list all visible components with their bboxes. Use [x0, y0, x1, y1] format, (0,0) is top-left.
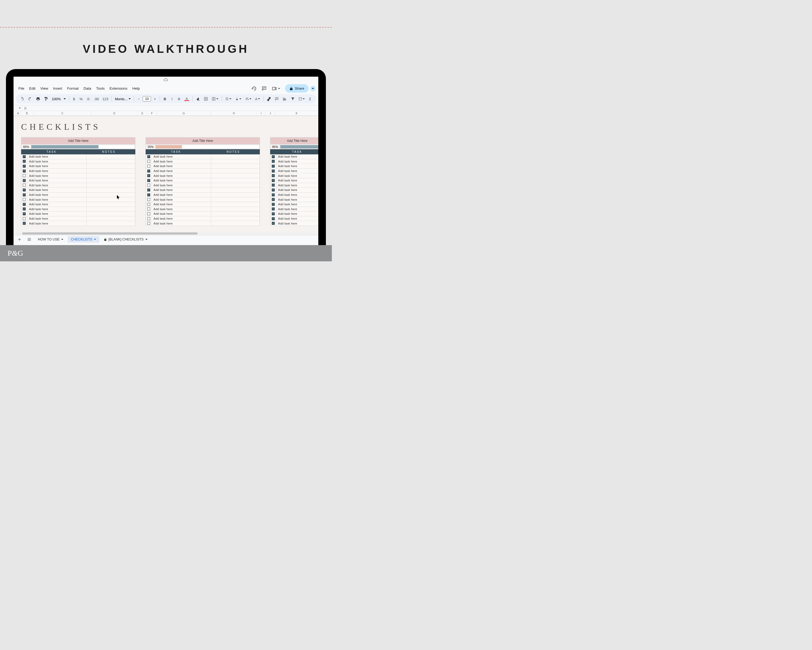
menu-help[interactable]: Help — [130, 85, 142, 92]
task-checkbox[interactable] — [146, 173, 152, 178]
task-text[interactable]: Add task here — [152, 178, 211, 183]
task-checkbox[interactable] — [270, 207, 276, 211]
font-select[interactable]: Monts... — [113, 96, 132, 102]
task-text[interactable]: Add task here — [27, 216, 87, 221]
task-checkbox[interactable] — [270, 154, 276, 159]
task-checkbox[interactable] — [270, 197, 276, 202]
filter-button[interactable] — [289, 95, 296, 102]
task-checkbox[interactable] — [21, 188, 27, 192]
col-header-A[interactable]: A — [16, 111, 20, 116]
col-header-F[interactable]: F — [147, 111, 157, 116]
col-header-G[interactable]: G — [157, 111, 211, 116]
scrollbar-thumb[interactable] — [22, 232, 197, 234]
task-checkbox[interactable] — [270, 159, 276, 164]
task-text[interactable]: Add task here — [276, 193, 318, 197]
task-notes[interactable] — [87, 207, 135, 211]
task-notes[interactable] — [211, 207, 259, 211]
menu-view[interactable]: View — [38, 85, 50, 92]
task-notes[interactable] — [87, 193, 135, 197]
link-button[interactable] — [265, 95, 273, 102]
share-button[interactable]: Share — [285, 84, 308, 93]
task-checkbox[interactable] — [21, 211, 27, 216]
redo-button[interactable] — [26, 95, 34, 102]
v-align-button[interactable] — [234, 96, 243, 102]
sheet-body[interactable]: CHECKLISTS Add Title Here65%TASKNOTESAdd… — [14, 116, 318, 235]
task-text[interactable]: Add task here — [152, 207, 211, 211]
task-text[interactable]: Add task here — [27, 188, 87, 192]
checklist-title[interactable]: Add Title Here — [146, 137, 260, 144]
task-checkbox[interactable] — [146, 178, 152, 183]
task-checkbox[interactable] — [146, 211, 152, 216]
col-header-I[interactable]: I — [257, 111, 266, 116]
task-checkbox[interactable] — [146, 193, 152, 197]
merge-button[interactable] — [210, 95, 220, 102]
task-text[interactable]: Add task here — [27, 207, 87, 211]
task-notes[interactable] — [87, 202, 135, 206]
task-checkbox[interactable] — [21, 207, 27, 211]
task-checkbox[interactable] — [21, 216, 27, 221]
task-text[interactable]: Add task here — [152, 173, 211, 178]
task-notes[interactable] — [211, 202, 259, 206]
task-text[interactable]: Add task here — [152, 154, 211, 159]
task-notes[interactable] — [211, 178, 259, 183]
task-notes[interactable] — [87, 154, 135, 159]
task-checkbox[interactable] — [270, 164, 276, 168]
task-text[interactable]: Add task here — [27, 154, 87, 159]
task-notes[interactable] — [87, 173, 135, 178]
task-text[interactable]: Add task here — [27, 221, 87, 226]
task-checkbox[interactable] — [146, 216, 152, 221]
task-checkbox[interactable] — [270, 173, 276, 178]
task-text[interactable]: Add task here — [152, 169, 211, 173]
task-text[interactable]: Add task here — [276, 178, 318, 183]
task-checkbox[interactable] — [146, 169, 152, 173]
task-checkbox[interactable] — [270, 202, 276, 206]
currency-button[interactable]: $ — [71, 96, 77, 102]
wrap-button[interactable] — [244, 96, 253, 102]
task-notes[interactable] — [211, 216, 259, 221]
task-text[interactable]: Add task here — [27, 183, 87, 188]
task-text[interactable]: Add task here — [276, 221, 318, 226]
menu-insert[interactable]: Insert — [51, 85, 64, 92]
task-notes[interactable] — [211, 211, 259, 216]
task-notes[interactable] — [87, 188, 135, 192]
task-notes[interactable] — [211, 193, 259, 197]
fill-color-button[interactable] — [194, 95, 201, 102]
col-header-E[interactable]: E — [138, 111, 147, 116]
col-header-D[interactable]: D — [91, 111, 138, 116]
task-checkbox[interactable] — [21, 197, 27, 202]
checklist-title[interactable]: Add Title Here — [270, 137, 318, 144]
history-icon[interactable] — [251, 86, 256, 91]
task-checkbox[interactable] — [21, 183, 27, 188]
task-notes[interactable] — [87, 164, 135, 168]
h-scrollbar[interactable] — [16, 232, 318, 235]
task-text[interactable]: Add task here — [152, 164, 211, 168]
task-text[interactable]: Add task here — [27, 193, 87, 197]
task-notes[interactable] — [87, 211, 135, 216]
task-text[interactable]: Add task here — [27, 164, 87, 168]
tab-checklists[interactable]: CHECKLISTS — [68, 236, 99, 243]
strikethrough-button[interactable]: S — [176, 96, 182, 102]
menu-format[interactable]: Format — [65, 85, 81, 92]
task-notes[interactable] — [87, 221, 135, 226]
undo-button[interactable] — [18, 95, 26, 102]
tab-how-to-use[interactable]: HOW TO USE — [35, 236, 67, 243]
task-checkbox[interactable] — [21, 221, 27, 226]
task-checkbox[interactable] — [21, 202, 27, 206]
task-text[interactable]: Add task here — [276, 164, 318, 168]
select-all-corner[interactable] — [14, 111, 16, 116]
task-checkbox[interactable] — [270, 211, 276, 216]
task-text[interactable]: Add task here — [152, 159, 211, 164]
add-sheet-button[interactable] — [15, 236, 24, 243]
menu-tools[interactable]: Tools — [94, 85, 107, 92]
task-text[interactable]: Add task here — [276, 207, 318, 211]
task-checkbox[interactable] — [270, 193, 276, 197]
task-notes[interactable] — [87, 169, 135, 173]
name-box[interactable] — [14, 106, 22, 111]
task-checkbox[interactable] — [146, 154, 152, 159]
task-checkbox[interactable] — [146, 159, 152, 164]
task-checkbox[interactable] — [270, 216, 276, 221]
functions-button[interactable]: Σ — [307, 96, 313, 102]
task-text[interactable]: Add task here — [276, 159, 318, 164]
task-text[interactable]: Add task here — [276, 211, 318, 216]
comment-icon[interactable] — [261, 86, 267, 91]
